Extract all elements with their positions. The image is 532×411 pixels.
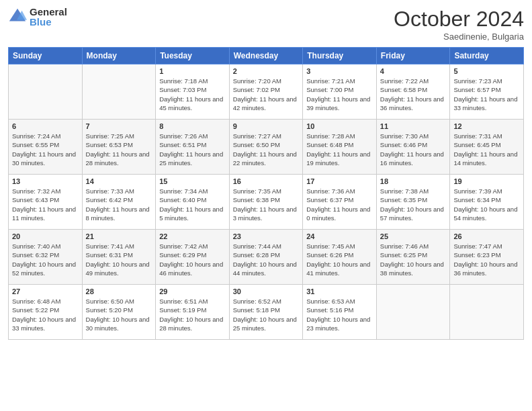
day-number: 14 [86,177,152,185]
day-info: Sunrise: 6:48 AM Sunset: 5:22 PM Dayligh… [12,297,79,332]
calendar-cell: 13Sunrise: 7:32 AM Sunset: 6:43 PM Dayli… [9,175,83,230]
day-info: Sunrise: 7:32 AM Sunset: 6:43 PM Dayligh… [12,187,79,222]
day-info: Sunrise: 7:30 AM Sunset: 6:46 PM Dayligh… [380,132,447,167]
calendar-header-row: Sunday Monday Tuesday Wednesday Thursday… [9,48,524,64]
calendar-cell: 24Sunrise: 7:45 AM Sunset: 6:26 PM Dayli… [303,230,377,285]
day-number: 11 [380,122,447,130]
day-number: 26 [453,232,520,240]
day-number: 4 [380,67,447,75]
calendar-cell: 18Sunrise: 7:38 AM Sunset: 6:35 PM Dayli… [376,175,450,230]
calendar-cell: 8Sunrise: 7:26 AM Sunset: 6:51 PM Daylig… [156,120,230,175]
day-number: 10 [306,122,373,130]
day-info: Sunrise: 7:35 AM Sunset: 6:38 PM Dayligh… [233,187,300,222]
day-number: 6 [12,122,79,130]
day-info: Sunrise: 7:39 AM Sunset: 6:34 PM Dayligh… [453,187,520,222]
day-number: 2 [233,67,300,75]
calendar-cell: 17Sunrise: 7:36 AM Sunset: 6:37 PM Dayli… [303,175,377,230]
calendar-cell: 7Sunrise: 7:25 AM Sunset: 6:53 PM Daylig… [82,120,156,175]
calendar-cell: 31Sunrise: 6:53 AM Sunset: 5:16 PM Dayli… [303,285,377,340]
day-number: 9 [233,122,300,130]
calendar-week-row: 20Sunrise: 7:40 AM Sunset: 6:32 PM Dayli… [9,230,524,285]
day-number: 20 [12,232,79,240]
calendar-cell: 12Sunrise: 7:31 AM Sunset: 6:45 PM Dayli… [450,120,524,175]
calendar-cell: 27Sunrise: 6:48 AM Sunset: 5:22 PM Dayli… [9,285,83,340]
calendar-cell: 5Sunrise: 7:23 AM Sunset: 6:57 PM Daylig… [450,64,524,120]
calendar-table: Sunday Monday Tuesday Wednesday Thursday… [8,47,524,340]
day-info: Sunrise: 7:25 AM Sunset: 6:53 PM Dayligh… [86,132,152,167]
day-number: 16 [233,177,300,185]
day-info: Sunrise: 7:27 AM Sunset: 6:50 PM Dayligh… [233,132,300,167]
calendar-cell: 19Sunrise: 7:39 AM Sunset: 6:34 PM Dayli… [450,175,524,230]
day-number: 19 [453,177,520,185]
calendar-cell: 15Sunrise: 7:34 AM Sunset: 6:40 PM Dayli… [156,175,230,230]
day-info: Sunrise: 7:22 AM Sunset: 6:58 PM Dayligh… [380,77,447,112]
title-section: October 2024 Saedinenie, Bulgaria [394,7,524,42]
logo-blue-text: Blue [30,17,67,27]
day-number: 15 [159,177,226,185]
day-number: 7 [86,122,152,130]
calendar-cell: 10Sunrise: 7:28 AM Sunset: 6:48 PM Dayli… [303,120,377,175]
calendar-cell: 25Sunrise: 7:46 AM Sunset: 6:25 PM Dayli… [376,230,450,285]
day-number: 27 [12,287,79,295]
day-number: 21 [86,232,152,240]
day-info: Sunrise: 7:46 AM Sunset: 6:25 PM Dayligh… [380,242,447,277]
day-info: Sunrise: 7:18 AM Sunset: 7:03 PM Dayligh… [159,77,226,112]
calendar-cell: 16Sunrise: 7:35 AM Sunset: 6:38 PM Dayli… [229,175,303,230]
calendar-cell [82,64,156,120]
calendar-cell: 20Sunrise: 7:40 AM Sunset: 6:32 PM Dayli… [9,230,83,285]
calendar-cell: 1Sunrise: 7:18 AM Sunset: 7:03 PM Daylig… [156,64,230,120]
calendar-cell: 30Sunrise: 6:52 AM Sunset: 5:18 PM Dayli… [229,285,303,340]
day-number: 28 [86,287,152,295]
day-number: 13 [12,177,79,185]
col-wednesday: Wednesday [229,48,303,64]
col-friday: Friday [376,48,450,64]
calendar-cell [9,64,83,120]
logo-general-text: General [30,7,67,17]
month-title: October 2024 [394,7,524,32]
day-info: Sunrise: 7:42 AM Sunset: 6:29 PM Dayligh… [159,242,226,277]
logo-text: General Blue [30,7,67,27]
day-number: 3 [306,67,373,75]
location-subtitle: Saedinenie, Bulgaria [394,32,524,42]
col-monday: Monday [82,48,156,64]
calendar-week-row: 6Sunrise: 7:24 AM Sunset: 6:55 PM Daylig… [9,120,524,175]
day-number: 5 [453,67,520,75]
day-number: 8 [159,122,226,130]
day-info: Sunrise: 7:31 AM Sunset: 6:45 PM Dayligh… [453,132,520,167]
day-number: 30 [233,287,300,295]
calendar-cell: 29Sunrise: 6:51 AM Sunset: 5:19 PM Dayli… [156,285,230,340]
calendar-cell: 21Sunrise: 7:41 AM Sunset: 6:31 PM Dayli… [82,230,156,285]
day-info: Sunrise: 7:33 AM Sunset: 6:42 PM Dayligh… [86,187,152,222]
calendar-cell: 26Sunrise: 7:47 AM Sunset: 6:23 PM Dayli… [450,230,524,285]
calendar-cell: 22Sunrise: 7:42 AM Sunset: 6:29 PM Dayli… [156,230,230,285]
col-sunday: Sunday [9,48,83,64]
day-info: Sunrise: 7:38 AM Sunset: 6:35 PM Dayligh… [380,187,447,222]
day-number: 22 [159,232,226,240]
day-info: Sunrise: 7:36 AM Sunset: 6:37 PM Dayligh… [306,187,373,222]
calendar-cell: 23Sunrise: 7:44 AM Sunset: 6:28 PM Dayli… [229,230,303,285]
calendar-cell: 3Sunrise: 7:21 AM Sunset: 7:00 PM Daylig… [303,64,377,120]
day-info: Sunrise: 7:45 AM Sunset: 6:26 PM Dayligh… [306,242,373,277]
day-info: Sunrise: 7:41 AM Sunset: 6:31 PM Dayligh… [86,242,152,277]
calendar-cell: 28Sunrise: 6:50 AM Sunset: 5:20 PM Dayli… [82,285,156,340]
calendar-cell [450,285,524,340]
day-number: 23 [233,232,300,240]
col-tuesday: Tuesday [156,48,230,64]
day-number: 1 [159,67,226,75]
calendar-week-row: 27Sunrise: 6:48 AM Sunset: 5:22 PM Dayli… [9,285,524,340]
day-info: Sunrise: 6:52 AM Sunset: 5:18 PM Dayligh… [233,297,300,332]
day-number: 25 [380,232,447,240]
calendar-week-row: 13Sunrise: 7:32 AM Sunset: 6:43 PM Dayli… [9,175,524,230]
day-info: Sunrise: 7:47 AM Sunset: 6:23 PM Dayligh… [453,242,520,277]
day-info: Sunrise: 7:20 AM Sunset: 7:02 PM Dayligh… [233,77,300,112]
calendar-cell: 6Sunrise: 7:24 AM Sunset: 6:55 PM Daylig… [9,120,83,175]
day-info: Sunrise: 6:53 AM Sunset: 5:16 PM Dayligh… [306,297,373,332]
day-info: Sunrise: 7:40 AM Sunset: 6:32 PM Dayligh… [12,242,79,277]
calendar-cell: 4Sunrise: 7:22 AM Sunset: 6:58 PM Daylig… [376,64,450,120]
day-number: 12 [453,122,520,130]
day-number: 29 [159,287,226,295]
col-thursday: Thursday [303,48,377,64]
calendar-cell: 2Sunrise: 7:20 AM Sunset: 7:02 PM Daylig… [229,64,303,120]
calendar-cell: 9Sunrise: 7:27 AM Sunset: 6:50 PM Daylig… [229,120,303,175]
day-info: Sunrise: 7:24 AM Sunset: 6:55 PM Dayligh… [12,132,79,167]
